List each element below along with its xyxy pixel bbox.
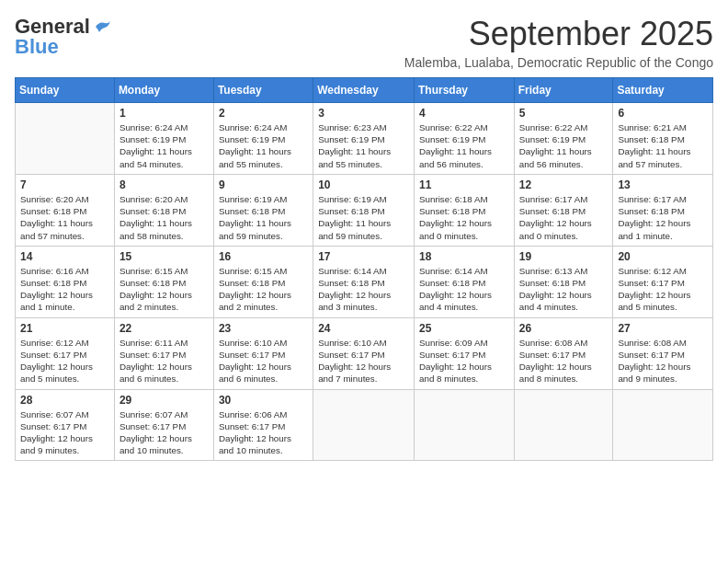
day-number: 3 [318,107,409,120]
month-title: September 2025 [404,15,713,53]
calendar-cell: 30Sunrise: 6:06 AM Sunset: 6:17 PM Dayli… [213,389,313,461]
calendar-cell: 26Sunrise: 6:08 AM Sunset: 6:17 PM Dayli… [514,317,613,389]
day-number: 28 [20,394,109,407]
cell-sun-info: Sunrise: 6:20 AM Sunset: 6:18 PM Dayligh… [119,193,209,242]
cell-sun-info: Sunrise: 6:12 AM Sunset: 6:17 PM Dayligh… [618,265,708,314]
cell-sun-info: Sunrise: 6:19 AM Sunset: 6:18 PM Dayligh… [219,193,308,242]
cell-sun-info: Sunrise: 6:20 AM Sunset: 6:18 PM Dayligh… [20,193,109,242]
weekday-header: Sunday [16,78,115,103]
calendar-week-row: 28Sunrise: 6:07 AM Sunset: 6:17 PM Dayli… [16,389,713,461]
calendar-cell: 29Sunrise: 6:07 AM Sunset: 6:17 PM Dayli… [114,389,213,461]
cell-sun-info: Sunrise: 6:24 AM Sunset: 6:19 PM Dayligh… [219,121,308,170]
weekday-header: Tuesday [213,78,313,103]
weekday-header: Saturday [613,78,713,103]
calendar-cell: 14Sunrise: 6:16 AM Sunset: 6:18 PM Dayli… [16,246,115,317]
cell-sun-info: Sunrise: 6:10 AM Sunset: 6:17 PM Dayligh… [318,337,409,385]
weekday-header: Monday [114,78,213,103]
cell-sun-info: Sunrise: 6:08 AM Sunset: 6:17 PM Dayligh… [519,337,609,385]
cell-sun-info: Sunrise: 6:10 AM Sunset: 6:17 PM Dayligh… [219,337,308,385]
cell-sun-info: Sunrise: 6:12 AM Sunset: 6:17 PM Dayligh… [20,337,109,385]
calendar-header-row: SundayMondayTuesdayWednesdayThursdayFrid… [16,78,713,103]
day-number: 14 [20,250,109,263]
cell-sun-info: Sunrise: 6:17 AM Sunset: 6:18 PM Dayligh… [618,193,708,242]
day-number: 24 [318,322,409,335]
calendar-cell: 9Sunrise: 6:19 AM Sunset: 6:18 PM Daylig… [213,174,313,246]
day-number: 20 [618,250,708,263]
logo-blue: Blue [15,35,59,59]
calendar-cell: 7Sunrise: 6:20 AM Sunset: 6:18 PM Daylig… [16,174,115,246]
day-number: 7 [20,178,109,191]
calendar-cell: 2Sunrise: 6:24 AM Sunset: 6:19 PM Daylig… [213,103,313,175]
cell-sun-info: Sunrise: 6:08 AM Sunset: 6:17 PM Dayligh… [618,337,708,385]
day-number: 13 [618,178,708,191]
calendar-cell: 5Sunrise: 6:22 AM Sunset: 6:19 PM Daylig… [514,103,613,175]
calendar-cell: 24Sunrise: 6:10 AM Sunset: 6:17 PM Dayli… [313,317,415,389]
day-number: 10 [318,178,409,191]
location-subtitle: Malemba, Lualaba, Democratic Republic of… [404,55,713,70]
day-number: 19 [519,250,609,263]
day-number: 21 [20,322,109,335]
calendar-cell: 6Sunrise: 6:21 AM Sunset: 6:18 PM Daylig… [613,103,713,175]
calendar-cell [16,103,115,175]
day-number: 25 [419,322,509,335]
calendar-cell: 18Sunrise: 6:14 AM Sunset: 6:18 PM Dayli… [415,246,515,317]
calendar-cell [415,389,515,461]
calendar-cell: 4Sunrise: 6:22 AM Sunset: 6:19 PM Daylig… [415,103,515,175]
weekday-header: Wednesday [313,78,415,103]
cell-sun-info: Sunrise: 6:13 AM Sunset: 6:18 PM Dayligh… [519,265,609,314]
calendar-cell: 13Sunrise: 6:17 AM Sunset: 6:18 PM Dayli… [613,174,713,246]
page-header: General Blue September 2025 Malemba, Lua… [15,15,713,70]
day-number: 18 [419,250,509,263]
day-number: 30 [219,394,308,407]
day-number: 1 [119,107,209,120]
day-number: 17 [318,250,409,263]
calendar-cell: 27Sunrise: 6:08 AM Sunset: 6:17 PM Dayli… [613,317,713,389]
cell-sun-info: Sunrise: 6:11 AM Sunset: 6:17 PM Dayligh… [119,337,209,385]
calendar-cell: 25Sunrise: 6:09 AM Sunset: 6:17 PM Dayli… [415,317,515,389]
cell-sun-info: Sunrise: 6:09 AM Sunset: 6:17 PM Dayligh… [419,337,509,385]
cell-sun-info: Sunrise: 6:07 AM Sunset: 6:17 PM Dayligh… [119,408,209,457]
logo: General Blue [15,15,112,59]
calendar-cell: 15Sunrise: 6:15 AM Sunset: 6:18 PM Dayli… [114,246,213,317]
cell-sun-info: Sunrise: 6:07 AM Sunset: 6:17 PM Dayligh… [20,408,109,457]
calendar-cell: 8Sunrise: 6:20 AM Sunset: 6:18 PM Daylig… [114,174,213,246]
day-number: 22 [119,322,209,335]
logo-bird-icon [92,19,112,34]
title-block: September 2025 Malemba, Lualaba, Democra… [404,15,713,70]
cell-sun-info: Sunrise: 6:17 AM Sunset: 6:18 PM Dayligh… [519,193,609,242]
cell-sun-info: Sunrise: 6:06 AM Sunset: 6:17 PM Dayligh… [219,408,308,457]
day-number: 23 [219,322,308,335]
cell-sun-info: Sunrise: 6:15 AM Sunset: 6:18 PM Dayligh… [119,265,209,314]
calendar-week-row: 7Sunrise: 6:20 AM Sunset: 6:18 PM Daylig… [16,174,713,246]
calendar-cell [613,389,713,461]
calendar-cell: 19Sunrise: 6:13 AM Sunset: 6:18 PM Dayli… [514,246,613,317]
weekday-header: Thursday [415,78,515,103]
cell-sun-info: Sunrise: 6:23 AM Sunset: 6:19 PM Dayligh… [318,121,409,170]
calendar-cell: 17Sunrise: 6:14 AM Sunset: 6:18 PM Dayli… [313,246,415,317]
calendar-cell: 10Sunrise: 6:19 AM Sunset: 6:18 PM Dayli… [313,174,415,246]
calendar-cell: 22Sunrise: 6:11 AM Sunset: 6:17 PM Dayli… [114,317,213,389]
calendar-cell: 11Sunrise: 6:18 AM Sunset: 6:18 PM Dayli… [415,174,515,246]
cell-sun-info: Sunrise: 6:15 AM Sunset: 6:18 PM Dayligh… [219,265,308,314]
calendar-cell: 3Sunrise: 6:23 AM Sunset: 6:19 PM Daylig… [313,103,415,175]
calendar-week-row: 1Sunrise: 6:24 AM Sunset: 6:19 PM Daylig… [16,103,713,175]
day-number: 6 [618,107,708,120]
cell-sun-info: Sunrise: 6:16 AM Sunset: 6:18 PM Dayligh… [20,265,109,314]
day-number: 2 [219,107,308,120]
calendar-cell [514,389,613,461]
day-number: 16 [219,250,308,263]
calendar-cell: 20Sunrise: 6:12 AM Sunset: 6:17 PM Dayli… [613,246,713,317]
cell-sun-info: Sunrise: 6:14 AM Sunset: 6:18 PM Dayligh… [318,265,409,314]
cell-sun-info: Sunrise: 6:24 AM Sunset: 6:19 PM Dayligh… [119,121,209,170]
calendar-cell: 1Sunrise: 6:24 AM Sunset: 6:19 PM Daylig… [114,103,213,175]
day-number: 9 [219,178,308,191]
day-number: 29 [119,394,209,407]
cell-sun-info: Sunrise: 6:19 AM Sunset: 6:18 PM Dayligh… [318,193,409,242]
weekday-header: Friday [514,78,613,103]
cell-sun-info: Sunrise: 6:18 AM Sunset: 6:18 PM Dayligh… [419,193,509,242]
calendar-week-row: 14Sunrise: 6:16 AM Sunset: 6:18 PM Dayli… [16,246,713,317]
day-number: 11 [419,178,509,191]
calendar-table: SundayMondayTuesdayWednesdayThursdayFrid… [15,77,713,461]
day-number: 8 [119,178,209,191]
day-number: 5 [519,107,609,120]
